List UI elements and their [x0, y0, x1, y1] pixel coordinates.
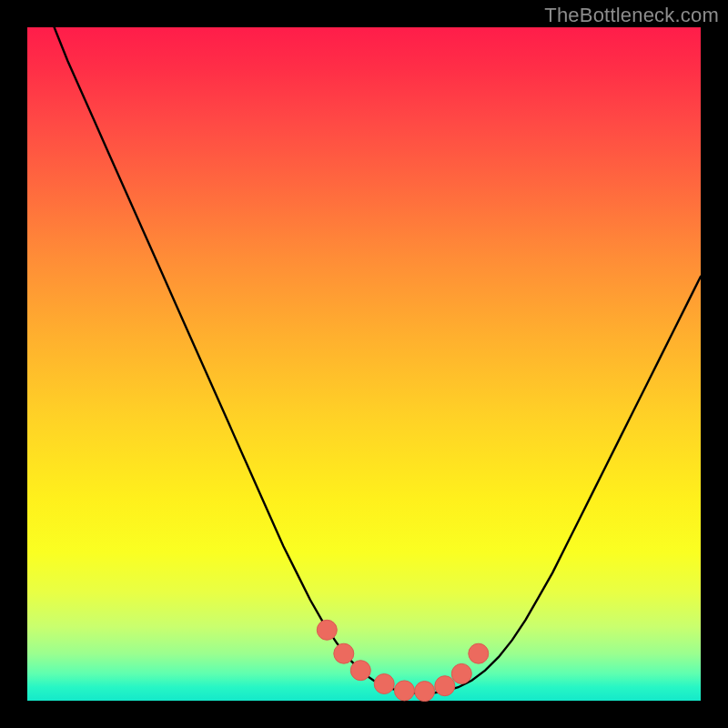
curve-marker	[415, 682, 435, 702]
curve-marker	[317, 620, 337, 640]
plot-svg	[27, 27, 701, 701]
curve-marker	[334, 643, 354, 663]
curve-marker	[350, 661, 370, 681]
chart-frame: TheBottleneck.com	[0, 0, 728, 728]
curve-marker	[469, 643, 489, 663]
bottleneck-curve	[55, 27, 701, 693]
marker-layer	[317, 620, 489, 701]
curve-marker	[451, 663, 471, 683]
curve-marker	[435, 676, 455, 696]
curve-marker	[374, 674, 394, 694]
watermark-text: TheBottleneck.com	[544, 4, 719, 27]
plot-area	[27, 27, 701, 701]
curve-marker	[394, 681, 414, 701]
curve-layer	[55, 27, 701, 693]
